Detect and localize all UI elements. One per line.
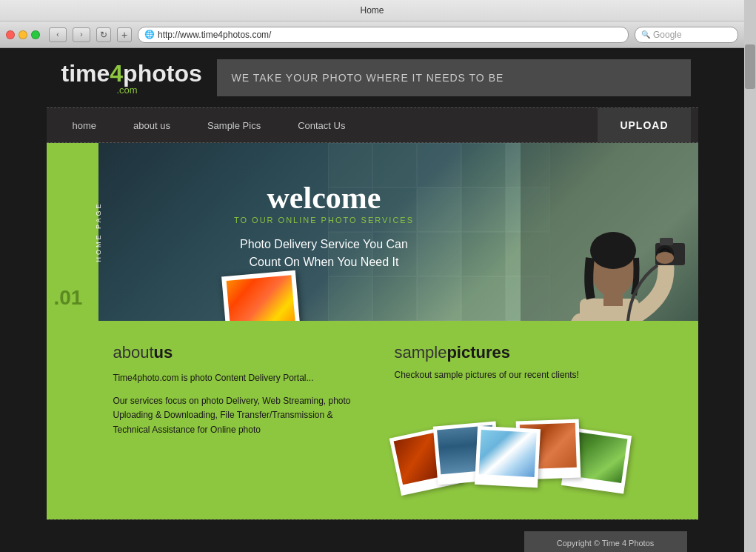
sample-heading-regular: sample: [395, 343, 447, 362]
polaroid-3-image: [478, 430, 536, 477]
logo-time: time: [61, 60, 110, 87]
nav-contact-us[interactable]: Contact Us: [279, 109, 364, 142]
about-heading: aboutus: [113, 343, 358, 362]
copyright-text: Copyright © Time 4 Photos: [557, 539, 655, 548]
about-text-1: Time4photo.com is photo Content Delivery…: [113, 371, 358, 385]
nav-about-us[interactable]: about us: [115, 109, 189, 142]
about-text-2: Our services focus on photo Delivery, We…: [113, 394, 358, 437]
scrollbar-thumb[interactable]: [745, 44, 755, 89]
website: time4photos .com WE TAKE YOUR photo WHER…: [47, 48, 698, 552]
logo-four: 4: [110, 60, 123, 87]
hero-tagline-line1: Photo Delivery Service You Can: [240, 238, 408, 250]
reload-button[interactable]: ↻: [96, 27, 111, 42]
logo-photos: photos: [123, 60, 202, 87]
page-number-bar: HOME PAGE .01: [47, 143, 98, 321]
url-bar[interactable]: 🌐 http://www.time4photos.com/: [138, 27, 629, 43]
browser-title: Home: [360, 5, 384, 16]
hero-polaroid: [221, 270, 301, 321]
copyright-box: Copyright © Time 4 Photos: [524, 531, 687, 552]
nav-sample-pics[interactable]: Sample Pics: [189, 109, 279, 142]
svg-rect-11: [660, 238, 673, 245]
nav-upload-button[interactable]: UPLOAD: [598, 108, 690, 142]
svg-point-15: [656, 252, 674, 264]
hero-welcome: welcome: [136, 180, 513, 216]
logo-area: time4photos .com: [54, 60, 217, 96]
hero-subtitle: TO OUR ONLINE PHOTO SERVICES: [136, 216, 513, 225]
polaroids-area: [395, 393, 639, 490]
url-text: http://www.time4photos.com/: [158, 30, 622, 40]
close-button[interactable]: [6, 30, 15, 39]
search-icon: 🔍: [641, 30, 650, 39]
sample-description: Checkout sample pictures of our recent c…: [395, 368, 639, 382]
forward-button[interactable]: ›: [73, 27, 90, 42]
site-footer: Copyright © Time 4 Photos: [47, 519, 698, 552]
browser-toolbar: ‹ › ↻ + 🌐 http://www.time4photos.com/ 🔍 …: [0, 21, 744, 47]
maximize-button[interactable]: [31, 30, 40, 39]
photographer-illustration: [521, 143, 698, 321]
svg-point-8: [590, 232, 636, 269]
green-section: aboutus Time4photo.com is photo Content …: [47, 321, 698, 519]
svg-rect-9: [603, 295, 623, 306]
back-button[interactable]: ‹: [49, 27, 67, 42]
about-us-column: aboutus Time4photo.com is photo Content …: [113, 343, 380, 490]
minimize-button[interactable]: [19, 30, 27, 39]
url-globe-icon: 🌐: [144, 30, 155, 39]
main-content: Home ‹ › ↻ + 🌐 http://www.time4photos.co…: [0, 0, 744, 552]
sample-heading-bold: pictures: [446, 343, 510, 362]
hero-tagline: Photo Delivery Service You Can Count On …: [136, 236, 513, 271]
hero-polaroid-image: [226, 275, 295, 321]
footer-inner: Copyright © Time 4 Photos: [58, 531, 687, 552]
home-page-label: HOME PAGE: [95, 202, 102, 262]
hero-tagline-line2: Count On When You Need It: [250, 256, 399, 268]
hero-content: welcome TO OUR ONLINE PHOTO SERVICES Pho…: [136, 180, 513, 271]
scrollbar[interactable]: [744, 0, 756, 552]
about-heading-regular: about: [113, 343, 154, 362]
hero-section: HOME PAGE .01 welcome TO OUR ONLINE PHOT…: [47, 143, 698, 321]
page-number: .01: [54, 286, 83, 310]
polaroid-3: [474, 426, 540, 488]
new-tab-button[interactable]: +: [117, 27, 132, 42]
sample-pictures-column: samplepictures Checkout sample pictures …: [380, 343, 639, 490]
sample-heading: samplepictures: [395, 343, 639, 362]
search-bar[interactable]: 🔍 Google: [635, 27, 738, 43]
nav-links: home about us Sample Pics Contact Us: [54, 109, 598, 142]
site-nav: home about us Sample Pics Contact Us UPL…: [47, 107, 698, 143]
traffic-lights: [6, 30, 40, 39]
nav-home[interactable]: home: [54, 109, 116, 142]
header-tagline: WE TAKE YOUR photo WHERE IT NEEDS TO BE: [217, 59, 691, 96]
logo-text: time4photos: [61, 60, 217, 87]
browser-chrome: Home ‹ › ↻ + 🌐 http://www.time4photos.co…: [0, 0, 744, 48]
search-placeholder: Google: [653, 30, 682, 40]
nav-inner: home about us Sample Pics Contact Us UPL…: [47, 108, 698, 142]
page-wrapper: Home ‹ › ↻ + 🌐 http://www.time4photos.co…: [0, 0, 756, 552]
browser-titlebar: Home: [0, 0, 744, 21]
about-heading-bold: us: [154, 343, 173, 362]
site-header: time4photos .com WE TAKE YOUR photo WHER…: [47, 48, 698, 107]
